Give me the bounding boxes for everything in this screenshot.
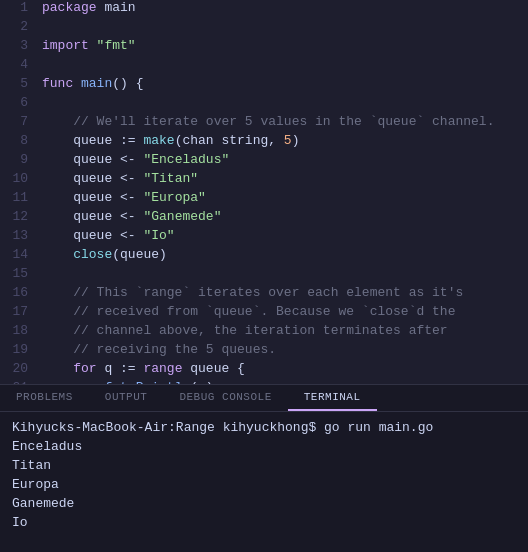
line-number: 17 [0,304,42,319]
tabs-bar: PROBLEMSOUTPUTDEBUG CONSOLETERMINAL [0,385,528,412]
line-number: 1 [0,0,42,15]
terminal-line: Ganemede [12,494,516,513]
code-line: 18 // channel above, the iteration termi… [0,323,528,342]
code-line: 14 close(queue) [0,247,528,266]
code-line: 12 queue <- "Ganemede" [0,209,528,228]
line-code: queue <- "Europa" [42,190,206,205]
line-code: queue <- "Titan" [42,171,198,186]
line-number: 9 [0,152,42,167]
line-number: 16 [0,285,42,300]
line-number: 7 [0,114,42,129]
line-code: for q := range queue { [42,361,245,376]
terminal-line: Kihyucks-MacBook-Air:Range kihyuckhong$ … [12,418,516,437]
line-code: close(queue) [42,247,167,262]
code-line: 10 queue <- "Titan" [0,171,528,190]
line-code: import "fmt" [42,38,136,53]
line-number: 20 [0,361,42,376]
line-code: // We'll iterate over 5 values in the `q… [42,114,494,129]
code-line: 7 // We'll iterate over 5 values in the … [0,114,528,133]
code-editor: 1package main2 3import "fmt"4 5func main… [0,0,528,384]
line-number: 5 [0,76,42,91]
code-line: 20 for q := range queue { [0,361,528,380]
tab-output[interactable]: OUTPUT [89,385,164,411]
line-code [42,95,50,110]
line-number: 2 [0,19,42,34]
code-line: 3import "fmt" [0,38,528,57]
code-line: 19 // receiving the 5 queues. [0,342,528,361]
terminal-line: Enceladus [12,437,516,456]
line-code: queue <- "Ganemede" [42,209,221,224]
code-line: 16 // This `range` iterates over each el… [0,285,528,304]
code-line: 2 [0,19,528,38]
line-code: package main [42,0,136,15]
line-code: queue := make(chan string, 5) [42,133,299,148]
tab-terminal[interactable]: TERMINAL [288,385,377,411]
tab-problems[interactable]: PROBLEMS [0,385,89,411]
line-code [42,19,50,34]
code-line: 5func main() { [0,76,528,95]
code-line: 8 queue := make(chan string, 5) [0,133,528,152]
line-code: // receiving the 5 queues. [42,342,276,357]
line-number: 15 [0,266,42,281]
code-line: 4 [0,57,528,76]
bottom-panel: PROBLEMSOUTPUTDEBUG CONSOLETERMINAL Kihy… [0,384,528,552]
line-number: 3 [0,38,42,53]
line-number: 11 [0,190,42,205]
terminal-line: Titan [12,456,516,475]
line-number: 8 [0,133,42,148]
code-line: 1package main [0,0,528,19]
line-number: 14 [0,247,42,262]
line-number: 10 [0,171,42,186]
line-code [42,57,50,72]
line-number: 6 [0,95,42,110]
code-line: 6 [0,95,528,114]
line-code: // received from `queue`. Because we `cl… [42,304,455,319]
line-code: // channel above, the iteration terminat… [42,323,448,338]
line-number: 4 [0,57,42,72]
line-number: 12 [0,209,42,224]
code-line: 17 // received from `queue`. Because we … [0,304,528,323]
line-number: 13 [0,228,42,243]
line-code: queue <- "Io" [42,228,175,243]
line-code: func main() { [42,76,143,91]
line-code [42,266,50,281]
line-code: queue <- "Enceladus" [42,152,229,167]
code-content: 1package main2 3import "fmt"4 5func main… [0,0,528,384]
code-line: 13 queue <- "Io" [0,228,528,247]
tab-debug-console[interactable]: DEBUG CONSOLE [163,385,287,411]
line-number: 18 [0,323,42,338]
code-line: 15 [0,266,528,285]
terminal-content: Kihyucks-MacBook-Air:Range kihyuckhong$ … [0,412,528,552]
line-number: 19 [0,342,42,357]
terminal-line: Europa [12,475,516,494]
code-line: 11 queue <- "Europa" [0,190,528,209]
terminal-line: Io [12,513,516,532]
code-line: 9 queue <- "Enceladus" [0,152,528,171]
line-code: // This `range` iterates over each eleme… [42,285,463,300]
